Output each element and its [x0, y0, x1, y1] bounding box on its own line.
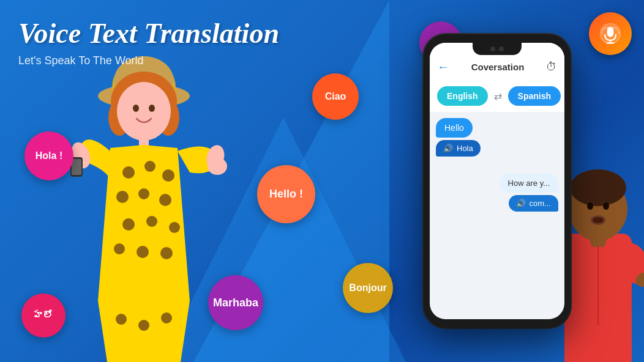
- phone-notch: [473, 43, 522, 55]
- svg-point-37: [587, 202, 593, 210]
- svg-point-28: [208, 158, 227, 175]
- svg-point-24: [137, 246, 149, 258]
- app-subtitle: Let's Speak To The World: [18, 54, 279, 67]
- history-button[interactable]: ⏱: [546, 61, 557, 73]
- chat-message-hello: Hello: [436, 118, 473, 138]
- svg-point-16: [162, 169, 174, 182]
- phone-frame: ← Coversation ⏱ English ⇄ Spanish Hello …: [424, 34, 571, 328]
- svg-point-40: [593, 217, 604, 223]
- svg-point-12: [149, 105, 155, 112]
- svg-point-14: [122, 166, 135, 179]
- svg-point-22: [169, 222, 180, 233]
- svg-point-38: [603, 202, 609, 210]
- chat-translation-com: 🔊 com...: [509, 195, 558, 212]
- svg-point-21: [146, 216, 157, 227]
- svg-point-17: [116, 191, 129, 203]
- svg-point-19: [159, 194, 171, 206]
- bubble-bonjour: Bonjour: [343, 263, 393, 313]
- chat-message-how: How are y...: [500, 174, 558, 193]
- svg-point-32: [138, 320, 149, 331]
- translation-text-2: com...: [530, 199, 551, 208]
- phone-container: ← Coversation ⏱ English ⇄ Spanish Hello …: [424, 34, 571, 328]
- volume-icon-2[interactable]: 🔊: [516, 199, 526, 208]
- back-button[interactable]: ←: [437, 60, 449, 74]
- translation-text: Hola: [457, 144, 473, 153]
- app-title: Voice Text Translation: [18, 18, 279, 50]
- spanish-lang-btn[interactable]: Spanish: [508, 86, 561, 106]
- svg-rect-1: [607, 27, 614, 37]
- svg-rect-41: [590, 235, 606, 247]
- svg-point-10: [117, 82, 171, 141]
- svg-point-18: [138, 188, 149, 199]
- header-section: Voice Text Translation Let's Speak To Th…: [18, 18, 279, 67]
- english-lang-btn[interactable]: English: [437, 86, 488, 106]
- lang-selector: English ⇄ Spanish: [430, 80, 564, 112]
- bubble-telugu: హలో: [21, 294, 66, 338]
- phone-screen: ← Coversation ⏱ English ⇄ Spanish Hello …: [430, 43, 564, 319]
- svg-point-25: [160, 247, 173, 259]
- woman-figure: [49, 44, 233, 362]
- svg-point-20: [122, 218, 135, 231]
- chat-area: Hello 🔊 Hola How are y... 🔊 com...: [430, 112, 564, 319]
- swap-icon[interactable]: ⇄: [494, 90, 502, 102]
- svg-rect-30: [72, 159, 81, 175]
- volume-icon[interactable]: 🔊: [443, 144, 453, 153]
- mic-button[interactable]: [589, 12, 632, 55]
- svg-point-23: [114, 243, 125, 254]
- bubble-hello: Hello !: [257, 165, 315, 223]
- bubble-ciao: Ciao: [312, 73, 359, 120]
- conversation-title: Coversation: [471, 62, 525, 72]
- svg-point-33: [161, 312, 172, 323]
- mic-icon: [599, 23, 621, 45]
- svg-point-31: [116, 314, 127, 325]
- chat-translation-hola: 🔊 Hola: [436, 140, 481, 157]
- svg-point-11: [133, 105, 139, 112]
- svg-point-36: [570, 169, 626, 206]
- bubble-hola: Hola !: [24, 131, 73, 180]
- bubble-marhaba: Marhaba: [208, 275, 263, 330]
- svg-point-15: [144, 161, 155, 172]
